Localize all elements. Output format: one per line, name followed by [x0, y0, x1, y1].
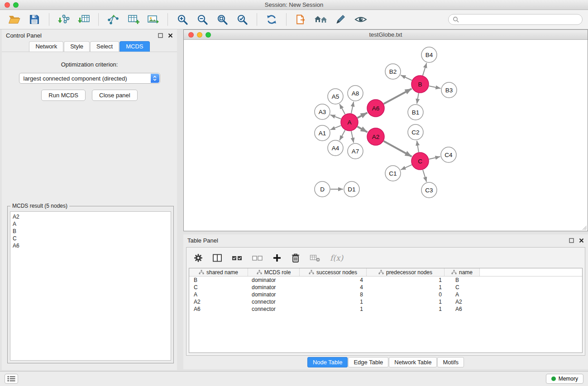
image-button[interactable] — [144, 12, 162, 27]
graph-node-B2[interactable]: B2 — [385, 64, 401, 79]
tab-style[interactable]: Style — [64, 41, 90, 52]
graph-edge-A-A3[interactable] — [330, 115, 341, 119]
graph-node-C4[interactable]: C4 — [441, 147, 456, 162]
zoom-fit-button[interactable] — [213, 12, 231, 27]
graph-node-A1[interactable]: A1 — [315, 125, 330, 141]
tab-motifs[interactable]: Motifs — [437, 357, 464, 367]
tab-network[interactable]: Network — [29, 41, 63, 52]
optimization-dropdown[interactable]: largest connected component (directed) — [19, 73, 160, 84]
tab-node-table[interactable]: Node Table — [307, 357, 348, 367]
eye-button[interactable] — [352, 12, 370, 27]
result-item[interactable]: B — [13, 228, 168, 235]
memory-button[interactable]: Memory — [546, 374, 583, 384]
close-panel-icon[interactable] — [168, 33, 173, 38]
zoom-in-button[interactable] — [173, 12, 191, 27]
graph-node-A4[interactable]: A4 — [328, 140, 343, 156]
mcds-result-list[interactable]: A2ABCA6 — [10, 211, 171, 361]
zoom-network-window-button[interactable] — [206, 32, 211, 38]
column-header-shared-name[interactable]: shared name — [189, 268, 248, 276]
graph-edge-B-B1[interactable] — [417, 93, 419, 104]
home-button[interactable] — [312, 12, 330, 27]
graph-edge-A-A7[interactable] — [351, 131, 354, 143]
close-panel-button[interactable]: Close panel — [92, 90, 138, 101]
graph-node-B1[interactable]: B1 — [408, 105, 423, 120]
network-canvas[interactable]: B4B2BB3A8A5A6B1A3AC2A1A2A4A7C4CC1C3DD1 — [184, 40, 588, 231]
graph-edge-A-A4[interactable] — [339, 130, 345, 141]
network-button[interactable] — [104, 12, 122, 27]
column-header-MCDS-role[interactable]: MCDS role — [248, 268, 300, 276]
result-item[interactable]: A2 — [13, 213, 168, 220]
graph-edge-A-A6[interactable] — [358, 113, 368, 118]
columns-button[interactable] — [212, 253, 222, 262]
graph-edge-C-C3[interactable] — [423, 170, 426, 182]
graph-node-D[interactable]: D — [315, 181, 330, 197]
zoom-window-button[interactable] — [13, 2, 19, 8]
graph-edge-B-B3[interactable] — [429, 86, 441, 88]
import-table-button[interactable] — [75, 12, 93, 27]
graph-node-A[interactable]: A — [341, 114, 358, 131]
close-window-button[interactable] — [5, 2, 10, 8]
export-button[interactable] — [292, 12, 310, 27]
table-row[interactable]: Bdominator41B — [189, 276, 582, 284]
add-button[interactable] — [272, 253, 282, 262]
graph-node-C2[interactable]: C2 — [408, 124, 423, 140]
graph-node-B4[interactable]: B4 — [421, 47, 437, 62]
run-mcds-button[interactable]: Run MCDS — [41, 90, 86, 101]
column-header-successor-nodes[interactable]: successor nodes — [300, 268, 367, 276]
network-canvas-container[interactable]: B4B2BB3A8A5A6B1A3AC2A1A2A4A7C4CC1C3DD1 — [184, 40, 588, 231]
result-item[interactable]: C — [13, 235, 168, 242]
graph-edge-A-A2[interactable] — [358, 127, 368, 132]
graph-node-C3[interactable]: C3 — [421, 182, 437, 198]
graph-node-B3[interactable]: B3 — [441, 82, 457, 98]
column-header-name[interactable]: name — [445, 268, 480, 276]
function-builder-button[interactable]: f(x) — [330, 253, 343, 262]
graph-node-D1[interactable]: D1 — [344, 181, 359, 197]
select-all-button[interactable] — [232, 254, 243, 262]
refresh-button[interactable] — [263, 12, 281, 27]
graph-edge-A-A1[interactable] — [330, 125, 341, 130]
graph-edge-A-A5[interactable] — [339, 104, 345, 114]
graph-node-C[interactable]: C — [411, 152, 429, 170]
panel-menu-button[interactable] — [5, 374, 18, 384]
hide-columns-button[interactable] — [310, 253, 320, 262]
column-header-predecessor-nodes[interactable]: predecessor nodes — [367, 268, 445, 276]
resize-grip-icon[interactable] — [582, 225, 587, 230]
trash-button[interactable] — [291, 253, 300, 263]
search-input[interactable] — [461, 16, 578, 23]
graph-node-A5[interactable]: A5 — [328, 89, 343, 104]
graph-node-A2[interactable]: A2 — [367, 128, 384, 145]
deselect-all-button[interactable] — [252, 254, 263, 262]
graph-edge-B-B4[interactable] — [423, 63, 427, 76]
tab-edge-table[interactable]: Edge Table — [348, 357, 388, 367]
tab-network-table[interactable]: Network Table — [389, 357, 437, 367]
graph-edge-A6-B[interactable] — [384, 89, 412, 104]
graph-edge-B-B2[interactable] — [401, 75, 412, 81]
graph-edge-A-A8[interactable] — [351, 102, 354, 114]
graph-edge-C-C2[interactable] — [417, 141, 419, 152]
table-row[interactable]: Adominator80A — [189, 291, 582, 298]
result-item[interactable]: A — [13, 220, 168, 228]
graph-node-A8[interactable]: A8 — [348, 86, 363, 101]
minimize-network-window-button[interactable] — [197, 32, 202, 38]
graph-node-A3[interactable]: A3 — [315, 104, 330, 119]
table-row[interactable]: A6connector11A6 — [189, 305, 582, 313]
graph-node-B[interactable]: B — [411, 76, 429, 93]
result-item[interactable]: A6 — [13, 242, 168, 249]
zoom-selected-button[interactable] — [233, 12, 251, 27]
graph-edge-C-C1[interactable] — [401, 165, 412, 170]
table-row[interactable]: Cdominator41C — [189, 284, 582, 291]
search-field[interactable] — [448, 14, 583, 25]
float-panel-icon[interactable] — [158, 33, 163, 38]
open-button[interactable] — [5, 12, 24, 27]
save-button[interactable] — [25, 12, 43, 27]
graph-edge-A2-C[interactable] — [384, 141, 412, 157]
gear-button[interactable] — [194, 253, 203, 262]
style-button[interactable] — [332, 12, 350, 27]
tab-mcds[interactable]: MCDS — [120, 41, 149, 52]
float-table-panel-icon[interactable] — [569, 238, 574, 243]
graph-node-A6[interactable]: A6 — [367, 100, 384, 117]
close-network-window-button[interactable] — [188, 32, 194, 38]
table-row[interactable]: A2connector11A2 — [189, 298, 582, 305]
zoom-out-button[interactable] — [193, 12, 211, 27]
graph-node-C1[interactable]: C1 — [385, 166, 401, 181]
